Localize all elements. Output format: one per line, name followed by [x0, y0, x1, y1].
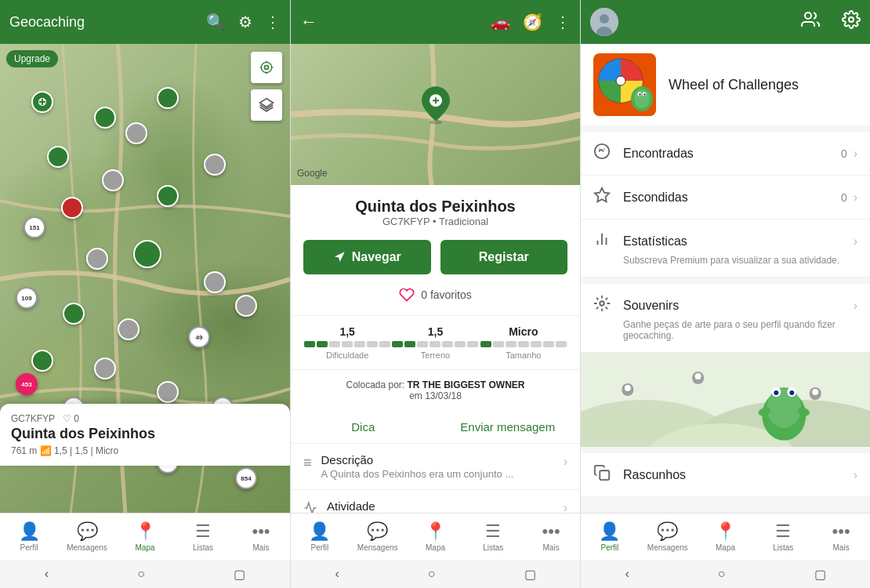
cache-marker-grey[interactable]: [235, 295, 257, 317]
cache-marker[interactable]: [157, 185, 179, 207]
nav-profile-3[interactable]: 👤 Perfil: [581, 521, 639, 552]
placed-by-info: Colocada por: TR THE BIGGEST OWNER em 13…: [291, 370, 580, 411]
terrain-stat: 1,5 Terreno: [392, 325, 478, 360]
tab-hint[interactable]: Dica: [291, 411, 436, 443]
nav-lists-2[interactable]: ☰ Listas: [464, 521, 522, 552]
recents-btn-3[interactable]: ▢: [799, 564, 842, 585]
locate-button[interactable]: [251, 52, 282, 83]
nav-messages-2[interactable]: 💬 Mensagens: [349, 521, 407, 552]
map-icon-2: 📍: [425, 521, 446, 542]
cache-marker[interactable]: [47, 146, 69, 168]
cache-count[interactable]: 151: [24, 216, 45, 238]
navigate-button[interactable]: Navegar: [303, 240, 431, 274]
description-section[interactable]: ≡ Descrição A Quinta dos Peixinhos era u…: [291, 444, 580, 490]
tab-message[interactable]: Enviar mensagem: [436, 411, 581, 443]
nav-profile[interactable]: 👤 Perfil: [0, 521, 58, 552]
upgrade-badge[interactable]: Upgrade: [6, 50, 58, 67]
back-arrow[interactable]: ←: [300, 12, 317, 32]
favorites-count[interactable]: 0 favoritos: [291, 287, 580, 303]
map-icon-3: 📍: [715, 521, 736, 542]
map-view[interactable]: 151 109 49 453 101 148 758 18956 213 854…: [0, 44, 290, 513]
recents-btn[interactable]: ▢: [218, 564, 261, 585]
car-icon[interactable]: 🚗: [491, 13, 510, 31]
home-btn-3[interactable]: ○: [702, 564, 741, 584]
svg-point-8: [600, 14, 609, 24]
nav-lists[interactable]: ☰ Listas: [174, 521, 232, 552]
rascunhos-item[interactable]: Rascunhos ›: [581, 453, 870, 496]
wheel-of-challenges-banner[interactable]: Wheel of Challenges: [581, 44, 870, 125]
cache-marker-red[interactable]: [61, 197, 83, 219]
cache-marker[interactable]: [157, 87, 179, 109]
back-btn-3[interactable]: ‹: [610, 564, 645, 584]
more-detail-icon[interactable]: ⋮: [555, 13, 571, 31]
rascunhos-label: Rascunhos: [623, 468, 854, 482]
cache-detail-subtitle: GC7KFYP • Tradicional: [291, 216, 580, 227]
lists-icon: ☰: [195, 521, 211, 542]
layers-button[interactable]: [251, 89, 282, 121]
activity-section[interactable]: Atividade Encontrada em 02/08/23 ›: [291, 490, 580, 513]
cache-marker[interactable]: [31, 91, 53, 113]
nav-map-3[interactable]: 📍 Mapa: [697, 521, 755, 552]
back-btn[interactable]: ‹: [29, 564, 64, 584]
filter-icon[interactable]: ⚙: [238, 13, 252, 31]
svg-point-33: [625, 385, 631, 391]
cache-marker-grey[interactable]: [102, 169, 124, 191]
hidden-chevron: ›: [854, 191, 857, 205]
cache-marker-grey[interactable]: [86, 248, 108, 270]
cache-marker-grey[interactable]: [125, 122, 147, 144]
cache-marker-grey[interactable]: [204, 271, 226, 293]
home-btn[interactable]: ○: [121, 564, 161, 584]
nav-messages[interactable]: 💬 Mensagens: [58, 521, 116, 552]
profile-icon-2: 👤: [309, 521, 330, 542]
home-btn-2[interactable]: ○: [412, 564, 451, 584]
profile-icon-3: 👤: [599, 521, 620, 542]
compass-icon[interactable]: 🧭: [523, 13, 542, 31]
register-button[interactable]: Registar: [440, 240, 568, 274]
nav-messages-3[interactable]: 💬 Mensagens: [639, 521, 697, 552]
souvenirs-sub-text: Ganhe peças de arte para o seu perfil qu…: [623, 319, 857, 341]
souvenirs-chevron: ›: [854, 299, 857, 313]
cache-marker-selected[interactable]: [133, 240, 161, 268]
hidden-caches-item[interactable]: Escondidas 0 ›: [581, 176, 870, 220]
nav-more-2[interactable]: ••• Mais: [522, 521, 580, 552]
user-avatar[interactable]: [590, 8, 618, 36]
found-caches-item[interactable]: Encontradas 0 ›: [581, 132, 870, 176]
cache-marker-grey[interactable]: [118, 318, 140, 340]
settings-icon[interactable]: [842, 10, 861, 34]
cache-count[interactable]: 854: [235, 467, 257, 489]
nav-lists-3[interactable]: ☰ Listas: [754, 521, 812, 552]
cache-name: Quinta dos Peixinhos: [11, 426, 279, 442]
svg-point-34: [695, 373, 701, 379]
more-icon[interactable]: ⋮: [265, 13, 281, 31]
search-icon[interactable]: 🔍: [206, 13, 226, 31]
nav-profile-2[interactable]: 👤 Perfil: [291, 521, 349, 552]
cache-marker-grey[interactable]: [94, 358, 116, 379]
google-watermark: Google: [297, 168, 328, 179]
more-nav-icon-2: •••: [542, 521, 560, 542]
cache-mini-map[interactable]: Google: [291, 44, 580, 185]
svg-point-14: [616, 76, 625, 85]
nav-map[interactable]: 📍 Mapa: [116, 521, 174, 552]
souvenirs-item[interactable]: Souvenirs › Ganhe peças de arte para o s…: [581, 284, 870, 353]
cache-marker[interactable]: [94, 107, 116, 129]
cache-marker-grey[interactable]: [204, 154, 226, 176]
nav-more[interactable]: ••• Mais: [232, 521, 290, 552]
friends-icon[interactable]: [801, 10, 820, 34]
cache-marker[interactable]: [31, 350, 53, 372]
recents-btn-2[interactable]: ▢: [509, 564, 552, 585]
statistics-item[interactable]: Estatísticas › Subscreva Premium para vi…: [581, 220, 870, 278]
messages-icon-2: 💬: [367, 521, 388, 542]
profile-icon: 👤: [19, 521, 40, 542]
cache-count-pink[interactable]: 453: [16, 373, 38, 395]
cache-marker[interactable]: [63, 303, 85, 325]
nav-map-2[interactable]: 📍 Mapa: [407, 521, 465, 552]
cache-count[interactable]: 109: [16, 287, 38, 309]
system-nav-1: ‹ ○ ▢: [0, 560, 290, 588]
back-btn-2[interactable]: ‹: [320, 564, 355, 584]
description-icon: ≡: [303, 455, 312, 471]
cache-marker-grey[interactable]: [157, 381, 179, 403]
difficulty-stat: 1,5 Dificuldade: [304, 325, 390, 360]
cache-count[interactable]: 49: [188, 326, 210, 348]
cache-preview-card[interactable]: GC7KFYP ♡ 0 Quinta dos Peixinhos 761 m 📶…: [0, 404, 290, 466]
nav-more-3[interactable]: ••• Mais: [812, 521, 870, 552]
